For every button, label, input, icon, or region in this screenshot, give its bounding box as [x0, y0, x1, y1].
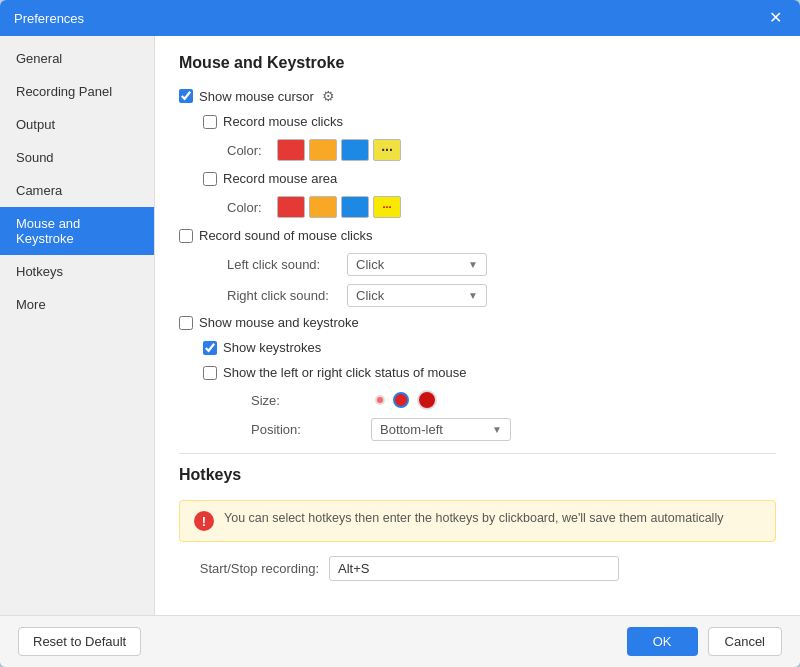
show-mouse-cursor-text: Show mouse cursor [199, 89, 314, 104]
section-title-hotkeys: Hotkeys [179, 466, 776, 484]
info-text: You can select hotkeys then enter the ho… [224, 511, 723, 525]
show-mouse-keystroke-label[interactable]: Show mouse and keystroke [179, 315, 359, 330]
content-area: Mouse and Keystroke Show mouse cursor ⚙ … [155, 36, 800, 615]
sidebar-item-more[interactable]: More [0, 288, 154, 321]
show-mouse-cursor-checkbox[interactable] [179, 89, 193, 103]
record-sound-label[interactable]: Record sound of mouse clicks [179, 228, 372, 243]
color-swatch-red-2[interactable] [277, 196, 305, 218]
record-sound-checkbox[interactable] [179, 229, 193, 243]
color-swatches-1: ··· [277, 139, 401, 161]
record-sound-text: Record sound of mouse clicks [199, 228, 372, 243]
color-row-1: Color: ··· [227, 139, 776, 161]
color-swatch-blue-1[interactable] [341, 139, 369, 161]
sidebar-item-output[interactable]: Output [0, 108, 154, 141]
start-stop-label: Start/Stop recording: [179, 561, 319, 576]
right-click-sound-value: Click [356, 288, 384, 303]
dialog-body: General Recording Panel Output Sound Cam… [0, 36, 800, 615]
show-keystrokes-row: Show keystrokes [203, 340, 776, 355]
position-row: Position: Bottom-left ▼ [251, 418, 776, 441]
record-mouse-clicks-row: Record mouse clicks [203, 114, 776, 129]
sidebar-item-hotkeys[interactable]: Hotkeys [0, 255, 154, 288]
color-swatch-blue-2[interactable] [341, 196, 369, 218]
preferences-dialog: Preferences ✕ General Recording Panel Ou… [0, 0, 800, 667]
dialog-footer: Reset to Default OK Cancel [0, 615, 800, 667]
dialog-title: Preferences [14, 11, 84, 26]
record-mouse-area-row: Record mouse area [203, 171, 776, 186]
left-click-sound-label: Left click sound: [227, 257, 347, 272]
reset-button[interactable]: Reset to Default [18, 627, 141, 656]
left-click-dropdown-arrow: ▼ [468, 259, 478, 270]
cancel-button[interactable]: Cancel [708, 627, 782, 656]
position-label: Position: [251, 422, 371, 437]
position-dropdown[interactable]: Bottom-left ▼ [371, 418, 511, 441]
show-left-right-label[interactable]: Show the left or right click status of m… [203, 365, 467, 380]
record-mouse-area-text: Record mouse area [223, 171, 337, 186]
color-label-1: Color: [227, 143, 277, 158]
sidebar-item-recording-panel[interactable]: Recording Panel [0, 75, 154, 108]
right-click-sound-dropdown[interactable]: Click ▼ [347, 284, 487, 307]
title-bar: Preferences ✕ [0, 0, 800, 36]
size-small[interactable] [375, 395, 385, 405]
color-swatch-yellow-1[interactable] [309, 139, 337, 161]
record-sound-row: Record sound of mouse clicks [179, 228, 776, 243]
color-swatch-custom-2[interactable]: ··· [373, 196, 401, 218]
show-keystrokes-text: Show keystrokes [223, 340, 321, 355]
sidebar-item-sound[interactable]: Sound [0, 141, 154, 174]
right-click-dropdown-arrow: ▼ [468, 290, 478, 301]
info-box: ! You can select hotkeys then enter the … [179, 500, 776, 542]
show-mouse-keystroke-text: Show mouse and keystroke [199, 315, 359, 330]
left-click-sound-value: Click [356, 257, 384, 272]
size-label: Size: [251, 393, 371, 408]
color-swatch-custom-1[interactable]: ··· [373, 139, 401, 161]
record-mouse-clicks-text: Record mouse clicks [223, 114, 343, 129]
left-click-sound-row: Left click sound: Click ▼ [227, 253, 776, 276]
show-mouse-keystroke-checkbox[interactable] [179, 316, 193, 330]
show-mouse-cursor-row: Show mouse cursor ⚙ [179, 88, 776, 104]
start-stop-input[interactable] [329, 556, 619, 581]
color-label-2: Color: [227, 200, 277, 215]
footer-right: OK Cancel [627, 627, 782, 656]
position-value: Bottom-left [380, 422, 443, 437]
color-swatch-red-1[interactable] [277, 139, 305, 161]
close-button[interactable]: ✕ [765, 8, 786, 28]
position-dropdown-arrow: ▼ [492, 424, 502, 435]
right-click-sound-label: Right click sound: [227, 288, 347, 303]
sidebar: General Recording Panel Output Sound Cam… [0, 36, 155, 615]
record-mouse-area-checkbox[interactable] [203, 172, 217, 186]
section-title-mouse: Mouse and Keystroke [179, 54, 776, 72]
show-keystrokes-label[interactable]: Show keystrokes [203, 340, 321, 355]
record-mouse-area-label[interactable]: Record mouse area [203, 171, 337, 186]
show-left-right-row: Show the left or right click status of m… [203, 365, 776, 380]
info-icon: ! [194, 511, 214, 531]
gear-icon[interactable]: ⚙ [322, 88, 335, 104]
show-keystrokes-checkbox[interactable] [203, 341, 217, 355]
sidebar-item-general[interactable]: General [0, 42, 154, 75]
size-options [375, 390, 437, 410]
show-mouse-cursor-label[interactable]: Show mouse cursor [179, 89, 314, 104]
show-left-right-checkbox[interactable] [203, 366, 217, 380]
show-mouse-keystroke-row: Show mouse and keystroke [179, 315, 776, 330]
color-swatch-yellow-2[interactable] [309, 196, 337, 218]
right-click-sound-row: Right click sound: Click ▼ [227, 284, 776, 307]
record-mouse-clicks-label[interactable]: Record mouse clicks [203, 114, 343, 129]
section-divider [179, 453, 776, 454]
size-large[interactable] [417, 390, 437, 410]
record-mouse-clicks-checkbox[interactable] [203, 115, 217, 129]
size-row: Size: [251, 390, 776, 410]
show-left-right-text: Show the left or right click status of m… [223, 365, 467, 380]
ok-button[interactable]: OK [627, 627, 698, 656]
color-swatches-2: ··· [277, 196, 401, 218]
hotkeys-section: Hotkeys ! You can select hotkeys then en… [179, 466, 776, 581]
color-row-2: Color: ··· [227, 196, 776, 218]
sidebar-item-mouse-keystroke[interactable]: Mouse and Keystroke [0, 207, 154, 255]
sidebar-item-camera[interactable]: Camera [0, 174, 154, 207]
left-click-sound-dropdown[interactable]: Click ▼ [347, 253, 487, 276]
size-medium[interactable] [393, 392, 409, 408]
start-stop-row: Start/Stop recording: [179, 556, 776, 581]
